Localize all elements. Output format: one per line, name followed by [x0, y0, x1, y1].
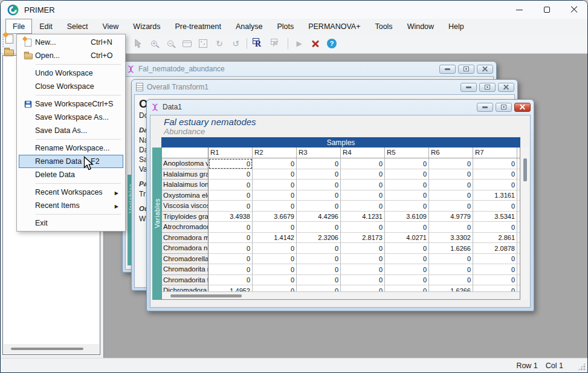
- row-label[interactable]: Viscosia viscosa: [162, 201, 208, 212]
- table-cell[interactable]: 0: [429, 201, 473, 212]
- table-cell[interactable]: 2.0878: [473, 243, 517, 254]
- table-cell[interactable]: 2.8173: [341, 233, 385, 244]
- table-cell[interactable]: 0: [341, 243, 385, 254]
- menu-item-new[interactable]: New...Ctrl+N: [19, 36, 123, 49]
- restore-button[interactable]: [496, 103, 512, 112]
- table-cell[interactable]: 0: [208, 190, 253, 201]
- table-cell[interactable]: 4.0271: [385, 233, 429, 244]
- table-cell[interactable]: 0: [341, 169, 385, 180]
- table-cell[interactable]: 0: [385, 264, 429, 275]
- table-cell[interactable]: 0: [208, 222, 253, 233]
- table-cell[interactable]: 0: [297, 190, 341, 201]
- table-hscrollbar[interactable]: [162, 291, 520, 299]
- row-label[interactable]: Oxystomina elongat: [162, 190, 208, 201]
- table-cell[interactable]: 0: [429, 158, 473, 169]
- table-cell[interactable]: 1.4142: [253, 233, 297, 244]
- close-button[interactable]: [498, 83, 514, 92]
- menu-item-undo-workspace[interactable]: Undo Workspace: [19, 66, 123, 80]
- row-label[interactable]: Chromadorita nana: [162, 264, 208, 275]
- stop-icon[interactable]: [310, 38, 321, 49]
- table-cell[interactable]: 0: [429, 264, 473, 275]
- table-cell[interactable]: 0: [341, 190, 385, 201]
- table-cell[interactable]: 0: [297, 158, 341, 169]
- table-vscrollbar-thumb[interactable]: [523, 158, 527, 181]
- row-label-header-cell[interactable]: [162, 148, 208, 158]
- table-cell[interactable]: 0: [385, 275, 429, 286]
- table-cell[interactable]: 0: [385, 158, 429, 169]
- table-hscrollbar-thumb[interactable]: [170, 294, 242, 297]
- table-cell[interactable]: 0: [297, 264, 341, 275]
- table-cell[interactable]: 0: [385, 254, 429, 265]
- table-cell[interactable]: 0: [297, 275, 341, 286]
- menubar-item-window[interactable]: Window: [400, 19, 441, 34]
- table-cell[interactable]: 3.4938: [208, 212, 253, 222]
- column-header-r2[interactable]: R2: [253, 148, 297, 158]
- table-cell[interactable]: 0: [429, 275, 473, 286]
- menu-item-rename-workspace[interactable]: Rename Workspace...: [19, 141, 123, 155]
- menubar-item-wizards[interactable]: Wizards: [126, 19, 167, 34]
- explorer-hscrollbar[interactable]: [4, 344, 99, 354]
- row-label[interactable]: Anoplostoma vivipa: [162, 158, 208, 169]
- table-cell[interactable]: 0: [429, 254, 473, 265]
- table-cell[interactable]: 0: [208, 275, 253, 286]
- table-cell[interactable]: 0: [208, 254, 253, 265]
- table-cell[interactable]: 0: [385, 169, 429, 180]
- minimize-button[interactable]: [439, 65, 456, 74]
- table-cell[interactable]: 1.6266: [429, 243, 473, 254]
- column-header-r4[interactable]: R4: [341, 148, 385, 158]
- table-cell[interactable]: 0: [253, 169, 297, 180]
- table-cell[interactable]: 0: [473, 169, 517, 180]
- column-header-r3[interactable]: R3: [297, 148, 341, 158]
- row-label[interactable]: Dichromadora geo: [162, 285, 208, 291]
- open-workspace-icon[interactable]: [4, 50, 14, 56]
- table-cell[interactable]: 0: [297, 222, 341, 233]
- menubar-item-permanova[interactable]: PERMANOVA+: [301, 19, 367, 34]
- table-cell[interactable]: 0: [341, 201, 385, 212]
- table-cell[interactable]: 4.9779: [429, 212, 473, 222]
- row-label[interactable]: Halalaimus longicau: [162, 180, 208, 190]
- titlebar[interactable]: PRIMER: [1, 1, 587, 19]
- table-cell[interactable]: 0: [385, 285, 429, 291]
- table-cell[interactable]: 0: [385, 201, 429, 212]
- table-cell[interactable]: 0: [473, 158, 517, 169]
- table-cell[interactable]: 0: [297, 180, 341, 190]
- menubar-item-select[interactable]: Select: [60, 19, 95, 34]
- point-labels-icon[interactable]: [181, 38, 192, 49]
- minimize-button[interactable]: [460, 83, 477, 92]
- menu-item-close-workspace[interactable]: Close Workspace: [19, 80, 123, 93]
- data1-window-titlebar[interactable]: Data1: [147, 100, 534, 114]
- table-cell[interactable]: 0: [341, 254, 385, 265]
- table-cell[interactable]: 0: [385, 222, 429, 233]
- table-vscrollbar[interactable]: [522, 148, 529, 300]
- table-cell[interactable]: 1.6266: [429, 285, 473, 291]
- menubar-item-plots[interactable]: Plots: [270, 19, 301, 34]
- row-label[interactable]: Chromadorita tenta: [162, 275, 208, 286]
- menubar-item-help[interactable]: Help: [441, 19, 471, 34]
- table-cell[interactable]: 1.3161: [473, 190, 517, 201]
- row-label[interactable]: Chromadorella ?du: [162, 254, 208, 265]
- table-cell[interactable]: 3.3302: [429, 233, 473, 244]
- table-cell[interactable]: 0: [341, 180, 385, 190]
- table-cell[interactable]: 0: [429, 169, 473, 180]
- table-cell[interactable]: 0: [253, 180, 297, 190]
- table-cell[interactable]: 0: [208, 264, 253, 275]
- restore-button[interactable]: [479, 83, 496, 92]
- table-cell[interactable]: 0: [253, 275, 297, 286]
- menubar-item-analyse[interactable]: Analyse: [228, 19, 270, 34]
- minimize-button[interactable]: [477, 103, 493, 112]
- pointer-icon[interactable]: [132, 38, 143, 49]
- table-cell[interactable]: 0: [473, 254, 517, 265]
- menubar-item-view[interactable]: View: [95, 19, 126, 34]
- table-cell[interactable]: 0: [297, 285, 341, 291]
- table-cell[interactable]: 0: [253, 243, 297, 254]
- table-cell[interactable]: 0: [473, 285, 517, 291]
- row-label[interactable]: Chromadora nudica: [162, 243, 208, 254]
- table-cell[interactable]: 0: [385, 190, 429, 201]
- table-cell[interactable]: 0: [208, 180, 253, 190]
- new-workspace-icon[interactable]: [5, 34, 13, 44]
- table-cell[interactable]: 0: [385, 243, 429, 254]
- select-region-icon[interactable]: [198, 38, 208, 49]
- fal-window-titlebar[interactable]: Fal_nematode_abundance: [123, 62, 496, 76]
- table-cell[interactable]: 0: [208, 158, 253, 169]
- menubar-item-file[interactable]: File: [5, 19, 32, 34]
